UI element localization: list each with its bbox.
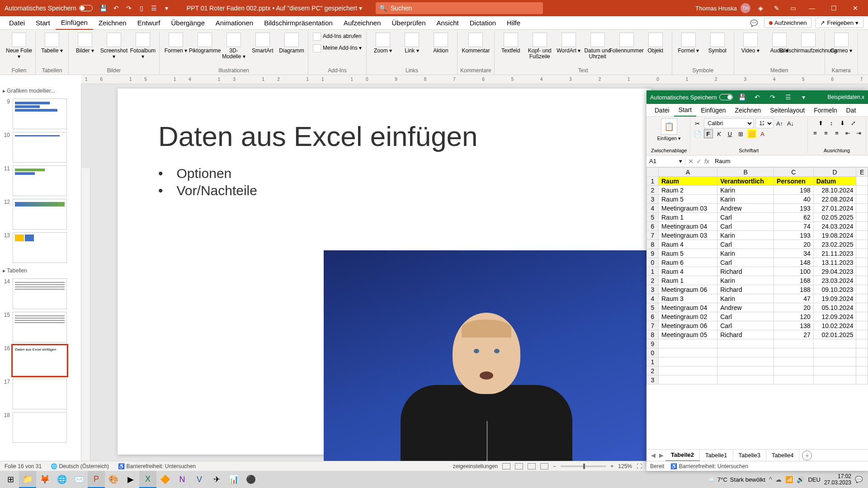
ribbon-item[interactable]: Objekt: [642, 32, 669, 54]
indent-inc-icon[interactable]: ⇥: [854, 128, 863, 137]
fill-color-icon[interactable]: 🟨: [747, 129, 756, 138]
cell[interactable]: 188: [774, 285, 814, 294]
cell[interactable]: Richard: [717, 285, 774, 294]
cell[interactable]: 02.01.2025: [813, 330, 856, 339]
section-header[interactable]: ▸ Tabellen: [2, 266, 79, 276]
cell[interactable]: Meetingraum 03: [659, 231, 717, 240]
close-icon[interactable]: ✕: [846, 0, 864, 16]
cell[interactable]: Meetingraum 04: [659, 222, 717, 231]
cell[interactable]: Karin: [717, 195, 774, 204]
cell[interactable]: 198: [774, 186, 814, 195]
tab-übergänge[interactable]: Übergänge: [166, 16, 210, 30]
excel-tab-seitenlayout[interactable]: Seitenlayout: [765, 104, 809, 117]
tab-start[interactable]: Start: [30, 16, 56, 30]
col-header[interactable]: D: [813, 168, 856, 177]
slide-counter[interactable]: Folie 16 von 31: [5, 463, 42, 469]
tab-dictation[interactable]: Dictation: [464, 16, 501, 30]
cell[interactable]: Raum 5: [659, 249, 717, 258]
ribbon-item[interactable]: Piktogramme: [191, 32, 218, 54]
row-header[interactable]: 1: [647, 267, 659, 276]
align-center-icon[interactable]: ≡: [821, 128, 830, 137]
cell[interactable]: Raum: [659, 177, 717, 186]
col-header[interactable]: [647, 168, 659, 177]
onedrive-icon[interactable]: ☁: [775, 476, 782, 483]
ribbon-item[interactable]: Zoom ▾: [369, 32, 396, 54]
telegram-icon[interactable]: ✈: [208, 471, 225, 488]
cell[interactable]: 09.10.2023: [813, 285, 856, 294]
thumbnail[interactable]: [13, 99, 67, 129]
row-header[interactable]: 2: [647, 186, 659, 195]
excel-accessibility[interactable]: ♿ Barrierefreiheit: Untersuchen: [670, 463, 748, 469]
tab-hilfe[interactable]: Hilfe: [501, 16, 526, 30]
cell[interactable]: [856, 285, 868, 294]
keyboard-lang[interactable]: DEU: [808, 476, 820, 483]
thumbnail-row[interactable]: 18: [2, 412, 79, 443]
excel-tab-start[interactable]: Start: [674, 104, 697, 117]
cell[interactable]: 23.02.2025: [813, 240, 856, 249]
row-header[interactable]: 4: [647, 204, 659, 213]
align-left-icon[interactable]: ≡: [811, 128, 820, 137]
paste-icon[interactable]: 📋: [661, 118, 677, 135]
excel-tab-einfügen[interactable]: Einfügen: [696, 104, 730, 117]
name-box[interactable]: A1▾: [646, 158, 685, 164]
user-name[interactable]: Thomas Hruska: [695, 5, 737, 12]
ribbon-item[interactable]: Add-Ins abrufen: [311, 32, 363, 42]
record-button[interactable]: Aufzeichnen: [764, 18, 812, 28]
cell[interactable]: 10.02.2024: [813, 321, 856, 330]
paste-label[interactable]: Einfügen ▾: [657, 136, 681, 141]
cell[interactable]: 12.09.2024: [813, 312, 856, 321]
sheet-tab[interactable]: Tabelle2: [665, 450, 700, 461]
tab-ansicht[interactable]: Ansicht: [431, 16, 464, 30]
ribbon-item[interactable]: Screenshot ▾: [100, 32, 127, 60]
cell[interactable]: [856, 231, 868, 240]
comments-icon[interactable]: 💬: [749, 18, 760, 28]
excel-save-icon[interactable]: 💾: [736, 92, 747, 103]
cell[interactable]: 138: [774, 321, 814, 330]
visio-icon[interactable]: V: [191, 471, 208, 488]
row-header[interactable]: 7: [647, 321, 659, 330]
excel-tab-zeichnen[interactable]: Zeichnen: [731, 104, 766, 117]
thumbnail[interactable]: [13, 165, 67, 196]
col-header[interactable]: B: [717, 168, 774, 177]
powerpoint-icon[interactable]: P: [88, 471, 105, 488]
weather-widget[interactable]: ☁️ 7°C Stark bewölkt: [708, 476, 765, 483]
excel-grid[interactable]: ABCDE1RaumVerantwortlichPersonenDatum2Ra…: [646, 167, 868, 449]
add-sheet-button[interactable]: +: [802, 450, 812, 460]
cell[interactable]: 193: [774, 231, 814, 240]
autosave-toggle[interactable]: Automatisches Speichern: [0, 5, 97, 12]
zoom-in-icon[interactable]: +: [610, 463, 613, 469]
increase-font-icon[interactable]: A↑: [775, 119, 784, 128]
minimize-icon[interactable]: —: [803, 0, 821, 16]
cell[interactable]: 27: [774, 330, 814, 339]
thumbnail[interactable]: [13, 278, 67, 309]
thumbnail-row[interactable]: 12: [2, 199, 79, 230]
ribbon-item[interactable]: 3D-Modelle ▾: [220, 32, 247, 60]
row-header[interactable]: 7: [647, 231, 659, 240]
excel-icon[interactable]: X: [139, 471, 156, 488]
cell[interactable]: [856, 330, 868, 339]
excel-touch-icon[interactable]: ☰: [783, 92, 793, 103]
formula-bar[interactable]: Raum: [712, 158, 868, 164]
cell[interactable]: [856, 222, 868, 231]
redo-icon[interactable]: ↷: [123, 3, 134, 14]
row-header[interactable]: 9: [647, 339, 659, 348]
cancel-formula-icon[interactable]: ✕: [688, 158, 693, 165]
ribbon-item[interactable]: Neue Folie ▾: [5, 32, 33, 60]
align-right-icon[interactable]: ≡: [832, 128, 841, 137]
align-top-icon[interactable]: ⬆: [816, 118, 825, 127]
normal-view-icon[interactable]: [502, 463, 510, 469]
cell[interactable]: 19.08.2024: [813, 231, 856, 240]
cell[interactable]: 24.03.2024: [813, 222, 856, 231]
cell[interactable]: [856, 312, 868, 321]
col-header[interactable]: C: [774, 168, 814, 177]
section-header[interactable]: ▸ Grafiken modellier...: [2, 86, 79, 96]
cell[interactable]: 34: [774, 249, 814, 258]
sorter-view-icon[interactable]: [515, 463, 523, 469]
cell[interactable]: [856, 321, 868, 330]
thumbnail[interactable]: [13, 199, 67, 230]
sheet-tab[interactable]: Tabelle4: [766, 450, 799, 461]
save-icon[interactable]: 💾: [98, 3, 109, 14]
slide-thumbnail-panel[interactable]: ▸ Grafiken modellier...910111213▸ Tabell…: [0, 84, 81, 474]
ribbon-item[interactable]: Cameo ▾: [828, 32, 855, 54]
cell[interactable]: [856, 213, 868, 222]
